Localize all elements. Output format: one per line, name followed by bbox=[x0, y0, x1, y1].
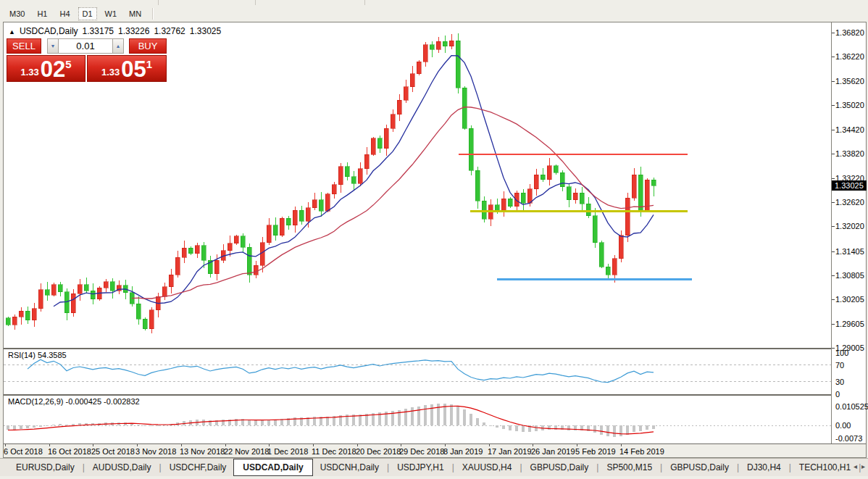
timeframe-button-d1[interactable]: D1 bbox=[78, 7, 97, 20]
timeframe-button-mn[interactable]: MN bbox=[125, 7, 146, 20]
tab-audusd-daily[interactable]: AUDUSD,Daily bbox=[85, 459, 159, 476]
candle bbox=[182, 248, 186, 257]
candle bbox=[71, 293, 75, 312]
tab-usdjpy-h1[interactable]: USDJPY,H1 bbox=[390, 459, 451, 476]
timeframe-button-m30[interactable]: M30 bbox=[5, 7, 29, 20]
candle bbox=[417, 62, 421, 74]
macd-histogram-bar bbox=[450, 404, 453, 425]
candle bbox=[38, 290, 43, 309]
tab-usdchf-daily[interactable]: USDCHF,Daily bbox=[162, 459, 234, 476]
candle bbox=[651, 180, 656, 186]
toolbar-separator bbox=[152, 8, 154, 20]
macd-histogram-bar bbox=[254, 420, 257, 425]
macd-histogram-bar bbox=[13, 425, 16, 430]
tab-sp500-m15[interactable]: SP500,M15 bbox=[599, 459, 659, 476]
candle bbox=[377, 138, 382, 149]
sell-price-prefix: 1.33 bbox=[20, 67, 38, 78]
tab-scroll-right-icon[interactable]: ▸ bbox=[861, 462, 865, 470]
chart-symbol-label: USDCAD,Daily bbox=[20, 26, 78, 36]
volume-input[interactable] bbox=[59, 38, 112, 54]
buy-price-tile[interactable]: 1.33 05 1 bbox=[87, 55, 167, 82]
date-axis-tick bbox=[5, 444, 6, 446]
price-axis-label: 1.36820 bbox=[835, 28, 864, 37]
macd-histogram-bar bbox=[522, 425, 525, 432]
candle bbox=[430, 45, 434, 50]
macd-histogram-bar bbox=[411, 407, 414, 425]
candle bbox=[547, 166, 551, 180]
sell-price-tile[interactable]: 1.33 02 5 bbox=[7, 55, 85, 82]
tab-xauusd-h4[interactable]: XAUUSD,H4 bbox=[455, 459, 519, 476]
candle bbox=[625, 198, 630, 235]
tab-scroll-left-icon[interactable]: ◂ bbox=[854, 462, 857, 470]
volume-increase-button[interactable]: ▲ bbox=[112, 38, 124, 54]
macd-histogram-bar bbox=[65, 425, 68, 425]
date-axis-tick bbox=[313, 444, 314, 446]
tab-usdcad-daily[interactable]: USDCAD,Daily bbox=[233, 459, 312, 476]
timeframe-button-h4[interactable]: H4 bbox=[55, 7, 74, 20]
price-axis-label: 1.32620 bbox=[835, 198, 864, 207]
candle bbox=[91, 291, 95, 299]
candle bbox=[188, 248, 193, 253]
candle bbox=[404, 87, 408, 100]
candle bbox=[195, 246, 199, 254]
volume-decrease-button[interactable]: ▼ bbox=[47, 38, 59, 54]
candle bbox=[51, 285, 56, 295]
date-axis-label: 17 Jan 2019 bbox=[488, 447, 532, 456]
date-axis-label: 13 Nov 2018 bbox=[180, 447, 225, 456]
price-axis-tick bbox=[832, 251, 835, 252]
candle bbox=[110, 282, 114, 291]
date-axis-tick bbox=[533, 444, 533, 446]
one-click-trading-panel: SELL ▼ ▲ BUY 1.33 02 5 1.33 05 1 bbox=[7, 38, 170, 82]
candle bbox=[527, 189, 532, 203]
macd-histogram-bar bbox=[606, 425, 609, 436]
date-axis-label: 6 Oct 2018 bbox=[4, 447, 43, 456]
date-axis-label: 1 Dec 2018 bbox=[267, 447, 308, 456]
tab-dj30-h4[interactable]: DJ30,H4 bbox=[740, 459, 788, 476]
tab-eurusd-daily[interactable]: EURUSD,Daily bbox=[9, 459, 82, 476]
chart-window: RSI(14) 54.3585 MACD(12,26,9) -0.000425 … bbox=[3, 22, 867, 458]
candle bbox=[12, 317, 17, 325]
rsi-pane[interactable] bbox=[4, 349, 831, 394]
candle bbox=[32, 309, 36, 320]
candle bbox=[364, 154, 369, 168]
date-axis-label: 16 Oct 2018 bbox=[48, 447, 91, 456]
macd-histogram-bar bbox=[39, 425, 42, 427]
date-axis-label: 8 Jan 2019 bbox=[443, 447, 483, 456]
date-axis-label: 29 Dec 2018 bbox=[399, 447, 444, 456]
candle bbox=[599, 243, 604, 267]
tab-gbpusd-daily[interactable]: GBPUSD,Daily bbox=[663, 459, 736, 476]
candle bbox=[436, 41, 441, 49]
date-axis-tick bbox=[489, 444, 490, 446]
candle bbox=[508, 199, 512, 206]
macd-histogram-bar bbox=[463, 409, 466, 425]
collapse-triangle-icon[interactable]: ▲ bbox=[9, 28, 15, 36]
candle bbox=[456, 41, 460, 88]
tab-usdcnh-daily[interactable]: USDCNH,Daily bbox=[313, 459, 386, 476]
ohlc-open: 1.33175 bbox=[83, 26, 114, 36]
macd-histogram-bar bbox=[626, 425, 629, 435]
date-axis-label: 20 Dec 2018 bbox=[356, 447, 401, 456]
candle bbox=[241, 236, 245, 248]
tab-gbpusd-daily[interactable]: GBPUSD,Daily bbox=[523, 459, 596, 476]
candle bbox=[423, 45, 427, 62]
macd-histogram-bar bbox=[593, 425, 596, 433]
price-axis-tick bbox=[832, 226, 835, 227]
price-axis-label: 1.31405 bbox=[835, 247, 864, 256]
macd-histogram-bar bbox=[548, 425, 551, 430]
timeframe-button-w1[interactable]: W1 bbox=[101, 7, 122, 20]
sell-button[interactable]: SELL bbox=[7, 38, 41, 54]
ohlc-high: 1.33226 bbox=[118, 26, 149, 36]
candle bbox=[19, 311, 23, 317]
macd-histogram-bar bbox=[633, 425, 635, 432]
macd-histogram-bar bbox=[404, 409, 407, 425]
candle bbox=[384, 128, 388, 149]
macd-histogram-bar bbox=[483, 422, 485, 425]
buy-button[interactable]: BUY bbox=[129, 38, 167, 54]
date-axis-tick bbox=[445, 444, 446, 446]
tab-tech100-h1[interactable]: TECH100,H1 bbox=[792, 459, 858, 476]
candle bbox=[554, 166, 558, 172]
price-axis-label: 1.34420 bbox=[835, 125, 864, 134]
timeframe-button-h1[interactable]: H1 bbox=[33, 7, 51, 20]
candle bbox=[228, 243, 232, 251]
candle bbox=[136, 304, 141, 319]
